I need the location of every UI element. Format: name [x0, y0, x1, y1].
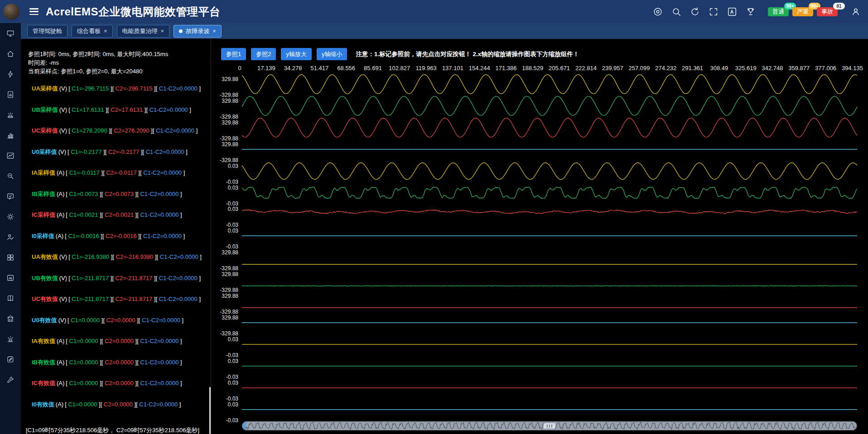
slider-left-handle[interactable]: [242, 422, 246, 430]
diff-value: C1-C2=0.0000: [139, 401, 178, 408]
bracket: ][: [109, 85, 115, 92]
sidebar-item-search-settings-icon[interactable]: [6, 172, 14, 180]
channel-unit: (A): [57, 359, 64, 366]
x-axis-label: 257.099: [629, 65, 650, 72]
ref2-button[interactable]: 参照2: [251, 48, 276, 60]
c2-value: C2=0.0000: [105, 380, 134, 386]
x-axis-label: 0: [238, 65, 241, 72]
waveform-i0-rms: [242, 399, 857, 420]
sidebar-item-edit-form-icon[interactable]: [6, 355, 14, 363]
sidebar-item-check-message-icon[interactable]: [6, 192, 14, 200]
y-zoom-out-button[interactable]: y轴缩小: [317, 48, 347, 60]
channel-row-uc-rms: UC有效值(V)[ C1=-211.8717 ][ C2=-211.8717 ]…: [32, 295, 201, 304]
bracket: ][: [134, 211, 140, 218]
diff-value: C1-C2=0.0000: [159, 275, 198, 281]
wave-strip-ia-sample: 0.03-0.03: [211, 160, 868, 182]
y-max-label: 329.88: [211, 250, 238, 255]
channel-row-ub-rms: UB有效值(V)[ C1=-211.8717 ][ C2=-211.8717 ]…: [32, 274, 201, 283]
channel-label: IB采样值: [32, 191, 55, 197]
waveform-uc-sample: [242, 117, 857, 138]
sidebar-item-bolt-icon[interactable]: [6, 70, 14, 78]
x-axis-label: 137.101: [442, 65, 463, 72]
sidebar-item-meter-icon[interactable]: [6, 274, 14, 282]
sidebar-item-siren-icon[interactable]: [6, 111, 14, 119]
bracket: ][: [134, 380, 140, 386]
bracket: ][: [107, 127, 114, 134]
sidebar-item-building-icon[interactable]: [6, 315, 14, 323]
sidebar-item-home-icon[interactable]: [6, 50, 14, 58]
x-axis-label: 68.556: [337, 65, 355, 72]
tab-close-icon[interactable]: ×: [104, 28, 107, 34]
slider-grip[interactable]: [544, 423, 555, 429]
user-icon[interactable]: [851, 7, 861, 17]
x-axis-label: 308.49: [710, 65, 728, 72]
sidebar-item-wrench-icon[interactable]: [6, 376, 14, 384]
y-zoom-in-button[interactable]: y轴放大: [281, 48, 312, 60]
channel-row-uc-sample: UC采样值(V)[ C1=276.2090 ][ C2=276.2090 ][ …: [32, 126, 198, 135]
waveform-ua-sample: [242, 74, 857, 95]
diff-value: C1-C2=0.0000: [156, 127, 194, 134]
c1-value: C1=-216.9380: [72, 253, 109, 260]
c2-value: C2=276.2090: [114, 127, 149, 134]
tab-bar: 管理驾驶舱综合看板×电能质量治理×故障录波×: [21, 23, 868, 39]
app-header: AcrelEMS企业微电网能效管理平台 普通99+严重99+事故81: [0, 0, 868, 23]
sidebar-item-brightness-icon[interactable]: [6, 213, 14, 221]
c1-value: C1=-0.2177: [71, 148, 101, 155]
tab-overview-board[interactable]: 综合看板×: [72, 25, 113, 38]
tab-close-icon[interactable]: ×: [161, 28, 164, 34]
x-axis-label: 102.827: [389, 65, 410, 72]
sidebar-item-bar-chart-icon[interactable]: [6, 131, 14, 139]
bracket: ]: [194, 127, 198, 134]
diff-value: C1-C2=0.0000: [142, 317, 180, 324]
ref1-button[interactable]: 参照1: [221, 48, 246, 60]
diff-value: C1-C2=0.0000: [140, 211, 178, 218]
bracket: ]: [198, 296, 201, 302]
translate-icon[interactable]: [727, 7, 737, 17]
channel-unit: (A): [56, 233, 63, 239]
alarm-accident-button[interactable]: 事故81: [817, 7, 838, 16]
wave-strip-ua-rms: 329.88-329.88: [211, 247, 868, 268]
channel-row-ic-rms: IC有效值(A)[ C1=0.0000 ][ C2=0.0000 ][ C1-C…: [32, 379, 182, 388]
channel-row-ib-sample: IB采样值(A)[ C1=0.0073 ][ C2=0.0073 ][ C1-C…: [32, 190, 182, 199]
y-max-label: 329.88: [211, 98, 238, 104]
bracket: ][: [134, 191, 140, 197]
c2-value: C2=-216.9380: [116, 253, 154, 260]
channel-unit: (A): [57, 169, 64, 176]
panel-scrollbar[interactable]: [209, 387, 211, 434]
x-axis-label: 205.671: [549, 65, 570, 72]
sidebar-item-alarm-light-icon[interactable]: [6, 335, 14, 343]
bracket: ][: [100, 317, 106, 324]
channel-label: U0有效值: [32, 317, 57, 324]
tab-close-icon[interactable]: ×: [212, 28, 216, 34]
sidebar-item-user-edit-icon[interactable]: [6, 233, 14, 241]
bracket: ][: [153, 253, 159, 260]
refresh-icon[interactable]: [690, 7, 700, 17]
x-zoom-slider[interactable]: [242, 421, 857, 430]
sidebar-item-monitor-icon[interactable]: [6, 29, 14, 38]
fullscreen-icon[interactable]: [709, 7, 719, 17]
y-max-label: 329.88: [211, 76, 238, 82]
sidebar-item-grid-icon[interactable]: [6, 253, 14, 262]
sidebar-item-book-icon[interactable]: [6, 294, 14, 302]
channel-unit: (A): [57, 211, 64, 218]
sidebar-item-file-chart-icon[interactable]: [6, 91, 14, 99]
bracket: ][: [139, 148, 145, 155]
tab-management-cockpit[interactable]: 管理驾驶舱: [27, 25, 68, 38]
trophy-icon[interactable]: [746, 7, 756, 17]
c2-value: C2=-211.8717: [116, 296, 153, 302]
alarm-normal-button[interactable]: 普通99+: [768, 7, 789, 16]
target-icon[interactable]: [653, 7, 663, 17]
channel-row-ib-rms: IB有效值(A)[ C1=0.0000 ][ C2=0.0000 ][ C1-C…: [32, 358, 182, 367]
bracket: [: [66, 211, 69, 218]
avatar[interactable]: [3, 4, 19, 20]
c2-value: C2=17.6131: [111, 106, 143, 113]
waveform-chart: 参照1参照2y轴放大y轴缩小 注意：1.标记参照前，请先点击对应按钮！ 2.x轴…: [211, 39, 868, 434]
search-icon[interactable]: [671, 7, 681, 17]
tab-fault-recording[interactable]: 故障录波×: [174, 25, 222, 38]
waveform-uc-rms: [242, 291, 857, 311]
tab-power-quality[interactable]: 电能质量治理×: [117, 25, 170, 38]
c2-value: C2=-0.2177: [108, 148, 139, 155]
alarm-severe-button[interactable]: 严重99+: [792, 7, 813, 16]
sidebar-item-trend-chart-icon[interactable]: [6, 152, 14, 160]
hamburger-icon[interactable]: [29, 8, 39, 15]
